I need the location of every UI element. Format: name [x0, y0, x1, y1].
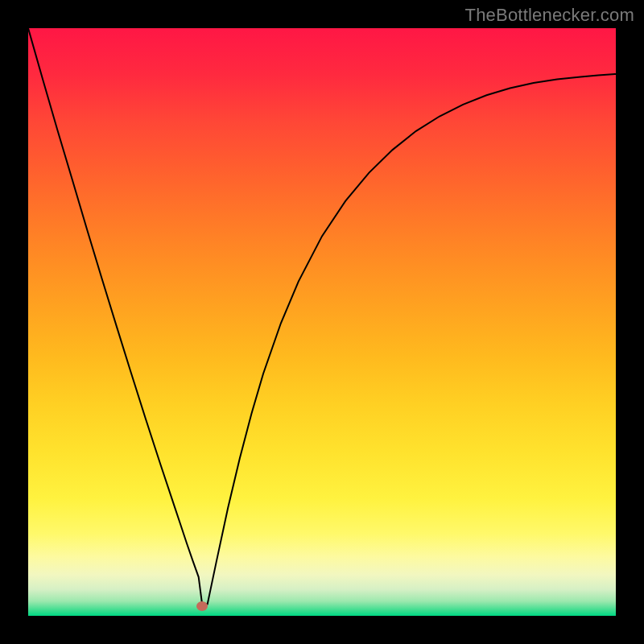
plot-area	[28, 28, 616, 616]
bottleneck-curve	[28, 28, 616, 604]
outer-frame: TheBottlenecker.com	[0, 0, 644, 644]
minimum-marker	[196, 601, 208, 611]
watermark-text: TheBottlenecker.com	[465, 5, 634, 26]
curve-layer	[28, 28, 616, 616]
